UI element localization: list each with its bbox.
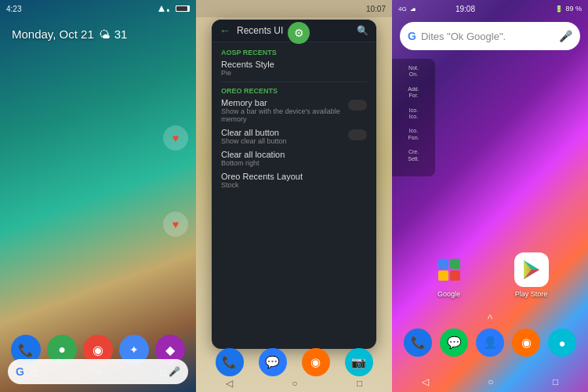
contacts-symbol: ● — [58, 343, 66, 357]
panel2-navbar: ◁ ○ □ — [196, 378, 392, 389]
signal-icon — [167, 5, 173, 12]
assistant-symbol: ◆ — [165, 343, 175, 358]
phone-symbol: 📞 — [18, 343, 34, 358]
recents-style-title: Recents Style — [221, 60, 367, 69]
google-square-green — [450, 259, 460, 269]
p3-extra-icon[interactable]: ● — [548, 328, 576, 357]
playstore-svg — [521, 259, 543, 281]
p3-phone-icon[interactable]: 📞 — [404, 328, 432, 357]
google-app-icon — [432, 252, 466, 287]
side-item-5: Cre.Sett. — [395, 149, 432, 162]
p3-contacts-icon[interactable]: 👤 — [476, 328, 504, 357]
p3-chrome-icon[interactable]: ◉ — [512, 328, 540, 357]
oreo-section-label: Oreo recents — [221, 87, 367, 95]
battery-icon — [176, 5, 190, 12]
panel1-time: 4:23 — [6, 5, 21, 13]
panel3-statusbar: 4G 19:08 🔋 89 % — [392, 0, 588, 17]
p3-contacts-symbol: 👤 — [483, 336, 498, 350]
p3-mic-icon[interactable]: 🎤 — [559, 30, 572, 42]
memory-bar-toggle[interactable] — [348, 100, 367, 111]
side-item-4: Ico.Fon. — [395, 128, 432, 141]
panel2-dock: 📞 💬 ◉ 📷 — [196, 348, 392, 376]
playstore-app-icon — [514, 252, 549, 287]
heart-icon-1: ♥ — [172, 132, 179, 144]
p2-back-button[interactable]: ◁ — [226, 378, 233, 389]
p2-camera-icon[interactable]: 📷 — [345, 348, 373, 376]
date-text: Monday, Oct 21 — [12, 27, 94, 41]
up-caret-icon: ^ — [488, 313, 493, 325]
p2-home-button[interactable]: ○ — [292, 378, 297, 389]
oreo-recents-layout-title: Oreo Recents Layout — [221, 172, 367, 181]
p2-recents-button[interactable]: □ — [357, 378, 362, 389]
p2-chrome-symbol: ◉ — [310, 355, 321, 369]
panel3-oneplus-home: 4G 19:08 🔋 89 % G Dites "Ok Google". 🎤 N… — [392, 0, 588, 392]
panel2-recents-settings: 10:07 ← Recents UI 🔍 AOSP recents Recent… — [196, 0, 392, 392]
clear-all-button-title: Clear all button — [221, 128, 342, 137]
panel3-search-bar[interactable]: G Dites "Ok Google". 🎤 — [400, 22, 580, 50]
p2-phone-symbol: 📞 — [222, 355, 237, 369]
recents-ui-card: ← Recents UI 🔍 AOSP recents Recents Styl… — [212, 20, 376, 349]
google-square-yellow — [438, 270, 448, 281]
google-square-red — [450, 270, 460, 281]
panel3-time: 19:08 — [456, 5, 475, 13]
p2-messages-icon[interactable]: 💬 — [259, 348, 287, 376]
home-button[interactable]: ○ — [96, 367, 101, 378]
google-app-item[interactable]: Google — [432, 252, 466, 298]
playstore-app-label: Play Store — [515, 290, 548, 298]
clear-all-location-row[interactable]: Clear all location Bottom right — [221, 150, 367, 167]
card-content: AOSP recents Recents Style Pie Oreo rece… — [212, 42, 376, 343]
heart-icon-2: ♥ — [172, 218, 179, 230]
memory-bar-title: Memory bar — [221, 98, 342, 107]
memory-bar-row[interactable]: Memory bar Show a bar with the device's … — [221, 98, 367, 123]
settings-gear-icon: ⚙ — [294, 27, 304, 39]
clear-all-toggle[interactable] — [348, 129, 367, 140]
panel1-homescreen: 4:23 Monday, Oct 21 🌤 31 ♥ ♥ 📞 ● ◉ ✦ — [0, 0, 196, 392]
p2-camera-symbol: 📷 — [351, 355, 366, 369]
card-back-arrow[interactable]: ← — [220, 24, 230, 37]
p3-signal-icon — [409, 6, 416, 11]
clear-all-button-row[interactable]: Clear all button Show clear all button — [221, 128, 367, 145]
wifi-icon — [158, 5, 165, 12]
favorite-heart-2[interactable]: ♥ — [163, 212, 188, 237]
card-search-icon[interactable]: 🔍 — [357, 25, 368, 36]
side-item-1: Not.On. — [395, 65, 432, 78]
p3-battery-icon: 🔋 — [555, 5, 563, 13]
temp-text: 31 — [114, 27, 128, 41]
panel3-navbar: ◁ ○ □ — [392, 376, 588, 387]
clear-all-location-title: Clear all location — [221, 150, 367, 159]
memory-bar-sub: Show a bar with the device's available m… — [221, 107, 342, 123]
oreo-recents-layout-sub: Stock — [221, 181, 367, 189]
p2-messages-symbol: 💬 — [265, 355, 280, 369]
google-square-blue — [438, 259, 448, 269]
p3-search-placeholder: Dites "Ok Google". — [421, 31, 554, 42]
p3-app-drawer-handle[interactable]: ^ — [392, 313, 588, 325]
playstore-app-item[interactable]: Play Store — [514, 252, 549, 298]
p3-messages-icon[interactable]: 💬 — [440, 328, 468, 357]
p3-right-status: 🔋 89 % — [555, 5, 582, 13]
p3-side-menu: Not.On. Add.For. Ico.Ico. Ico.Fon. Cre.S… — [392, 59, 435, 176]
weather-icon: 🌤 — [99, 28, 110, 41]
clear-all-button-sub: Show clear all button — [221, 137, 342, 145]
recents-button[interactable]: □ — [161, 367, 166, 378]
recents-style-row[interactable]: Recents Style Pie — [221, 60, 367, 77]
settings-fab[interactable]: ⚙ — [288, 22, 310, 44]
favorite-heart-1[interactable]: ♥ — [163, 125, 188, 151]
oreo-recents-layout-row[interactable]: Oreo Recents Layout Stock — [221, 172, 367, 189]
p3-google-logo: G — [408, 30, 416, 42]
back-button[interactable]: ◁ — [30, 367, 37, 378]
p3-recents-button[interactable]: □ — [553, 376, 558, 387]
p3-home-button[interactable]: ○ — [488, 376, 493, 387]
p3-left-status: 4G — [398, 5, 416, 13]
side-item-3: Ico.Ico. — [395, 107, 432, 121]
p3-signal-label: 4G — [398, 5, 407, 13]
p3-phone-symbol: 📞 — [411, 336, 426, 350]
p3-chrome-symbol: ◉ — [521, 336, 532, 350]
aosp-section-label: AOSP recents — [221, 49, 367, 56]
panel1-status-icons — [158, 5, 190, 12]
p2-chrome-icon[interactable]: ◉ — [302, 348, 330, 376]
arrow-symbol: ✦ — [129, 343, 139, 356]
p3-back-button[interactable]: ◁ — [422, 376, 429, 387]
google-app-label: Google — [437, 290, 460, 298]
p2-phone-icon[interactable]: 📞 — [216, 348, 244, 376]
p3-messages-symbol: 💬 — [447, 336, 462, 350]
